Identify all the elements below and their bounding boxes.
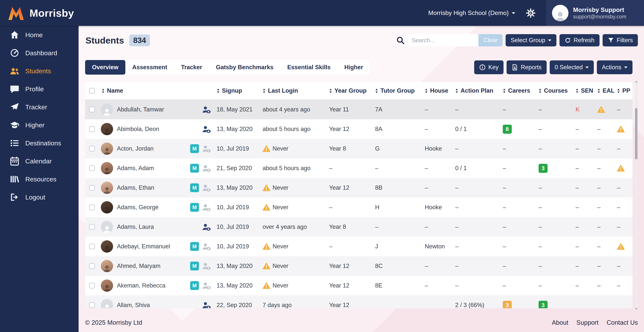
sidebar-item-profile[interactable]: Profile	[0, 80, 78, 98]
tab-gatsby-benchmarks[interactable]: Gatsby Benchmarks	[209, 60, 280, 75]
table-row[interactable]: Adams, Adam M 21, Sep 2020 about 5 hours…	[85, 158, 632, 178]
school-selector[interactable]: Morrisby High School (Demo)	[428, 10, 515, 17]
table-row[interactable]: Adebayi, Emmanuel M 10, Jul 2019 Never –…	[85, 237, 632, 256]
student-name[interactable]: Acton, Jordan	[117, 145, 154, 152]
scrollbar-thumb[interactable]	[635, 108, 638, 159]
table-row[interactable]: Abimbola, Deon 13, May 2020 about 5 hour…	[85, 119, 632, 139]
sort-icon[interactable]	[102, 88, 105, 93]
view-as-student-icon[interactable]	[202, 144, 211, 153]
column-header-signup[interactable]: Signup	[214, 87, 260, 94]
key-button[interactable]: Key	[474, 60, 504, 74]
table-row[interactable]: Adams, Ethan M 13, May 2020 Never Year 1…	[85, 178, 632, 198]
student-name[interactable]: Abimbola, Deon	[117, 126, 159, 133]
view-as-student-icon[interactable]	[202, 223, 211, 231]
column-header-careers[interactable]: Careers	[500, 87, 536, 94]
table-row[interactable]: Acton, Jordan M 10, Jul 2019 Never Year …	[85, 139, 632, 158]
footer-link-about[interactable]: About	[552, 319, 568, 326]
sort-icon[interactable]	[455, 88, 458, 93]
sort-icon[interactable]	[425, 88, 428, 93]
sidebar-item-tracker[interactable]: Tracker	[0, 98, 78, 116]
row-checkbox[interactable]	[89, 244, 95, 249]
table-row[interactable]: Abdullah, Tamwar 18, May 2021 about 4 ye…	[85, 100, 632, 119]
sidebar-item-higher[interactable]: Higher	[0, 116, 78, 134]
row-checkbox[interactable]	[89, 283, 95, 288]
sidebar-item-calendar[interactable]: Calendar	[0, 152, 78, 170]
view-as-student-icon[interactable]	[202, 184, 211, 192]
sidebar-item-dashboard[interactable]: Dashboard	[0, 44, 78, 62]
student-name[interactable]: Adams, George	[117, 204, 158, 211]
select-group-button[interactable]: Select Group	[506, 34, 556, 47]
column-header-pp[interactable]: PP	[614, 87, 632, 94]
gear-icon[interactable]	[526, 8, 536, 18]
view-as-student-icon[interactable]	[202, 105, 211, 114]
tab-essential-skills[interactable]: Essential Skills	[280, 60, 338, 75]
sort-icon[interactable]	[262, 88, 266, 93]
column-header-action-plan[interactable]: Action Plan	[452, 87, 500, 94]
tab-tracker[interactable]: Tracker	[174, 60, 209, 75]
sort-icon[interactable]	[216, 88, 220, 93]
column-header-last-login[interactable]: Last Login	[260, 87, 326, 94]
tab-assessment[interactable]: Assessment	[125, 60, 174, 75]
row-checkbox[interactable]	[89, 107, 95, 112]
row-checkbox[interactable]	[89, 126, 95, 132]
sort-icon[interactable]	[597, 88, 600, 93]
tab-higher[interactable]: Higher	[337, 60, 370, 75]
sort-icon[interactable]	[503, 88, 506, 93]
clear-search-button[interactable]: Clear	[478, 34, 502, 47]
scroll-down-icon[interactable]	[635, 308, 638, 309]
student-name[interactable]: Adams, Laura	[117, 223, 154, 230]
search-input[interactable]	[408, 34, 478, 47]
sidebar-item-resources[interactable]: Resources	[0, 170, 78, 188]
view-as-student-icon[interactable]	[202, 242, 211, 251]
table-row[interactable]: Akeman, Rebecca M 13, May 2020 Never Yea…	[85, 276, 632, 295]
tab-overview[interactable]: Overview	[85, 60, 125, 75]
sort-icon[interactable]	[617, 88, 620, 93]
view-as-student-icon[interactable]	[202, 164, 211, 172]
student-name[interactable]: Adebayi, Emmanuel	[117, 243, 170, 250]
row-checkbox[interactable]	[89, 165, 95, 171]
reports-button[interactable]: Reports	[506, 60, 547, 74]
user-menu[interactable]: Morrisby Support support@morrisby.com	[546, 0, 644, 26]
view-as-student-icon[interactable]	[202, 203, 211, 212]
table-row[interactable]: Ahmed, Maryam M 13, May 2020 Never Year …	[85, 256, 632, 276]
sidebar-item-logout[interactable]: Logout	[0, 188, 78, 206]
column-header-eal[interactable]: EAL	[594, 87, 614, 94]
sort-icon[interactable]	[329, 88, 332, 93]
student-name[interactable]: Abdullah, Tamwar	[117, 106, 164, 113]
student-name[interactable]: Ahmed, Maryam	[117, 262, 160, 269]
row-checkbox[interactable]	[89, 263, 95, 269]
table-row[interactable]: Adams, George M 10, Jul 2019 Never – H H…	[85, 198, 632, 217]
column-header-house[interactable]: House	[422, 87, 452, 94]
row-checkbox[interactable]	[89, 302, 95, 308]
row-checkbox[interactable]	[89, 224, 95, 230]
view-as-student-icon[interactable]	[202, 301, 211, 308]
sidebar-item-home[interactable]: Home	[0, 26, 78, 44]
scroll-up-icon[interactable]	[635, 81, 638, 82]
column-header-year-group[interactable]: Year Group	[326, 87, 372, 94]
row-checkbox[interactable]	[89, 185, 95, 191]
table-row[interactable]: Allam, Shiva 22, Sep 2020 7 days ago Yea…	[85, 295, 632, 308]
footer-link-support[interactable]: Support	[576, 319, 598, 326]
row-checkbox[interactable]	[89, 146, 95, 152]
sort-icon[interactable]	[538, 88, 542, 93]
student-name[interactable]: Adams, Adam	[117, 165, 154, 172]
refresh-button[interactable]: Refresh	[560, 34, 600, 47]
filters-button[interactable]: Filters	[602, 34, 638, 47]
table-row[interactable]: Adams, Laura 10, Jul 2019 over 4 years a…	[85, 217, 632, 237]
view-as-student-icon[interactable]	[202, 125, 211, 133]
view-as-student-icon[interactable]	[202, 262, 211, 270]
scrollbar-track[interactable]	[635, 80, 638, 310]
select-all-checkbox[interactable]	[89, 88, 95, 94]
column-header-courses[interactable]: Courses	[536, 87, 573, 94]
column-header-name[interactable]: Name	[99, 87, 214, 94]
sort-icon[interactable]	[375, 88, 378, 93]
sidebar-item-destinations[interactable]: Destinations	[0, 134, 78, 152]
sidebar-item-students[interactable]: Students	[0, 62, 78, 80]
row-checkbox[interactable]	[89, 204, 95, 210]
actions-dropdown[interactable]: Actions	[597, 60, 632, 74]
column-header-tutor-group[interactable]: Tutor Group	[372, 87, 422, 94]
student-name[interactable]: Allam, Shiva	[117, 302, 150, 308]
footer-link-contact-us[interactable]: Contact Us	[606, 319, 638, 326]
selected-dropdown[interactable]: 0 Selected	[550, 60, 594, 74]
brand-logo[interactable]: Morrisby	[0, 5, 78, 21]
